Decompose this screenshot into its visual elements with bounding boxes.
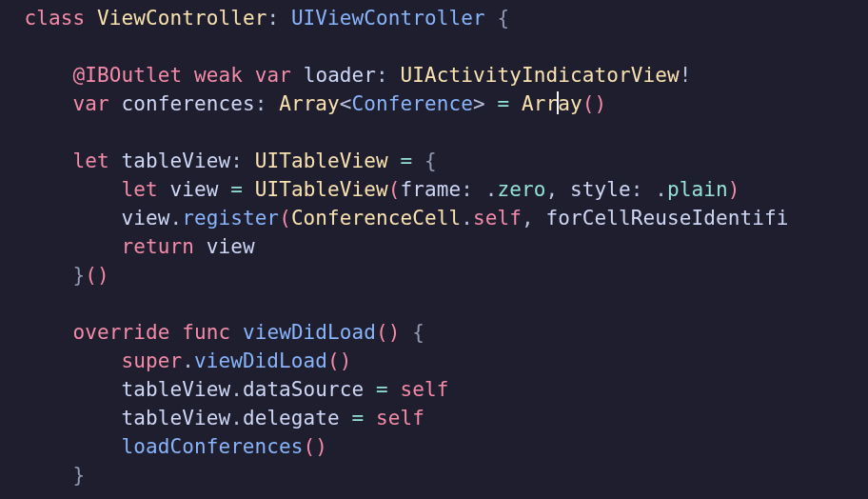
keyword-let: let <box>121 178 157 201</box>
code-line: let tableView: UITableView = { <box>0 150 437 172</box>
type-Array-call-left: Arr <box>522 92 558 115</box>
func-register: register <box>182 207 279 230</box>
keyword-var: var <box>72 92 108 115</box>
colon: : <box>266 7 279 30</box>
close-curly: } <box>72 264 85 287</box>
close-paren: ) <box>388 321 401 344</box>
code-line: var conferences: Array<Conference> = Arr… <box>0 92 606 115</box>
ident-view: view <box>207 235 255 258</box>
type-ViewController: ViewController <box>97 7 266 30</box>
keyword-self: self <box>401 378 449 401</box>
keyword-override: override <box>72 321 169 344</box>
dot: . <box>230 378 243 401</box>
keyword-var: var <box>255 64 291 87</box>
code-line: return view <box>0 235 255 258</box>
keyword-class: class <box>25 7 86 30</box>
colon: : <box>631 178 643 201</box>
op-eq: = <box>498 92 510 115</box>
keyword-self: self <box>376 407 424 429</box>
open-paren: ( <box>279 207 291 230</box>
param-style: style <box>570 178 631 201</box>
keyword-super: super <box>121 349 182 372</box>
close-paren: ) <box>595 92 607 115</box>
comma: , <box>546 178 559 201</box>
type-Conference: Conference <box>352 92 473 115</box>
code-line: view.register(ConferenceCell.self, forCe… <box>0 207 788 230</box>
code-line: } <box>0 464 85 487</box>
close-paren: ) <box>97 264 109 287</box>
code-line: let view = UITableView(frame: .zero, sty… <box>0 178 740 201</box>
func-viewDidLoad: viewDidLoad <box>243 321 376 344</box>
ident-tableView: tableView <box>121 150 230 172</box>
op-eq: = <box>401 150 413 172</box>
ident-loader: loader <box>304 64 376 87</box>
code-line: loadConferences() <box>0 435 327 458</box>
ident-conferences: conferences <box>121 92 254 115</box>
open-curly: { <box>412 321 424 344</box>
open-curly: { <box>498 7 510 30</box>
code-line: }() <box>0 264 109 287</box>
close-paren: ) <box>315 435 327 458</box>
dot: . <box>485 178 498 201</box>
ident-tableView: tableView <box>121 378 230 401</box>
open-paren: ( <box>388 178 401 201</box>
type-UIViewController: UIViewController <box>291 7 485 30</box>
code-line: override func viewDidLoad() { <box>0 321 424 344</box>
colon: : <box>230 150 243 172</box>
open-curly: { <box>424 150 437 172</box>
code-line: class ViewController: UIViewController { <box>0 7 509 30</box>
type-Array: Array <box>279 92 340 115</box>
enum-zero: zero <box>498 178 546 201</box>
close-paren: ) <box>340 349 352 372</box>
dot: . <box>169 207 182 230</box>
op-eq: = <box>376 378 388 401</box>
ident-view: view <box>169 178 218 201</box>
param-frame: frame <box>401 178 462 201</box>
op-eq: = <box>352 407 365 429</box>
close-curly: } <box>72 464 85 487</box>
type-ConferenceCell: ConferenceCell <box>291 207 461 230</box>
colon: : <box>255 92 267 115</box>
dot: . <box>655 178 667 201</box>
dot: . <box>461 207 473 230</box>
keyword-self: self <box>473 207 522 230</box>
close-paren: ) <box>728 178 740 201</box>
func-viewDidLoad: viewDidLoad <box>194 349 327 372</box>
type-UITableView: UITableView <box>255 150 388 172</box>
code-line: tableView.delegate = self <box>0 407 424 429</box>
func-loadConferences: loadConferences <box>121 435 303 458</box>
attr-iboutlet: @IBOutlet <box>72 64 182 87</box>
enum-plain: plain <box>667 178 728 201</box>
open-paren: ( <box>327 349 340 372</box>
prop-dataSource: dataSource <box>243 378 364 401</box>
keyword-let: let <box>72 150 108 172</box>
comma: , <box>522 207 534 230</box>
lt: < <box>340 92 352 115</box>
colon: : <box>461 178 473 201</box>
keyword-weak: weak <box>194 64 243 87</box>
type-UIActivityIndicatorView: UIActivityIndicatorView <box>401 64 680 87</box>
code-line: tableView.dataSource = self <box>0 378 449 401</box>
open-paren: ( <box>376 321 388 344</box>
open-paren: ( <box>85 264 97 287</box>
op-eq: = <box>230 178 243 201</box>
colon: : <box>376 64 388 87</box>
dot: . <box>182 349 194 372</box>
code-line: super.viewDidLoad() <box>0 349 352 372</box>
prop-delegate: delegate <box>243 407 340 429</box>
code-editor[interactable]: class ViewController: UIViewController {… <box>0 0 868 489</box>
ident-tableView: tableView <box>121 407 230 429</box>
keyword-return: return <box>121 235 193 258</box>
open-paren: ( <box>582 92 595 115</box>
ident-view: view <box>121 207 169 230</box>
gt: > <box>473 92 485 115</box>
dot: . <box>230 407 243 429</box>
code-line: @IBOutlet weak var loader: UIActivityInd… <box>0 64 691 87</box>
keyword-func: func <box>182 321 230 344</box>
bang: ! <box>680 64 692 87</box>
param-forCellReuse: forCellReuseIdentifi <box>546 207 789 230</box>
type-UITableView: UITableView <box>255 178 388 201</box>
open-paren: ( <box>304 435 316 458</box>
type-Array-call-right: ay <box>558 92 582 115</box>
